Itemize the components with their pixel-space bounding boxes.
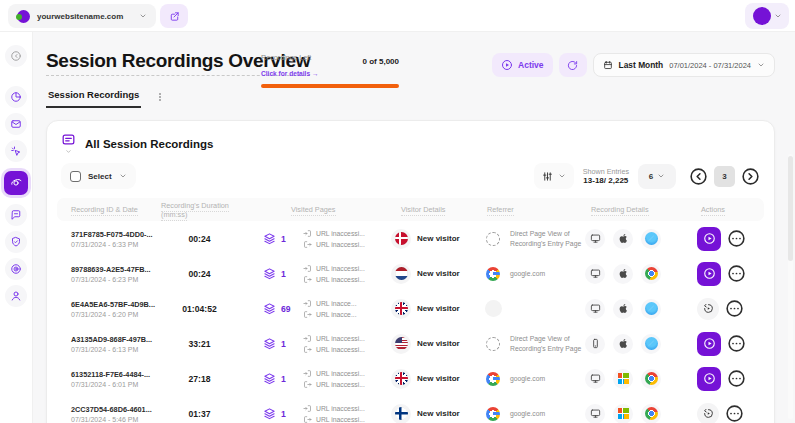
select-checkbox[interactable]: [70, 171, 81, 182]
country-flag-icon: [391, 299, 411, 319]
calendar-icon: [603, 60, 613, 70]
safari-icon: [641, 229, 661, 249]
table-row[interactable]: A3135AD9-868F-497B... 07/31/2024 - 6:13 …: [57, 326, 764, 361]
scrollbar[interactable]: [788, 154, 793, 419]
click-for-details-link[interactable]: Click for details →: [261, 70, 319, 77]
safari-icon: [641, 334, 661, 354]
visitor-type: New visitor: [417, 269, 460, 278]
visitor-type: New visitor: [417, 304, 460, 313]
open-site-button[interactable]: [160, 4, 188, 28]
sidebar-item-analytics[interactable]: [5, 86, 27, 108]
play-recording-button[interactable]: [697, 367, 721, 391]
website-selector[interactable]: yourwebsitename.com: [8, 4, 156, 28]
sidebar-item-email[interactable]: [5, 113, 27, 135]
table-body: 371F8785-F075-4DD0-... 07/31/2024 - 6:33…: [47, 221, 774, 423]
table-row[interactable]: 89788639-A2E5-47FB... 07/31/2024 - 6:23 …: [57, 256, 764, 291]
site-favicon-icon: [17, 10, 30, 23]
play-recording-button[interactable]: [697, 298, 719, 320]
exit-page-icon: [303, 275, 312, 284]
card-title: All Session Recordings: [85, 138, 213, 150]
database-icon: [61, 132, 76, 155]
referrer-text: Direct Page View of Recording's Entry Pa…: [510, 334, 582, 353]
sidebar-item-privacy[interactable]: [5, 231, 27, 253]
referrer-text: google.com: [510, 374, 545, 384]
apple-icon: [613, 264, 633, 284]
mail-icon: [10, 118, 22, 130]
select-all-control[interactable]: Select: [61, 163, 136, 189]
active-status-button[interactable]: Active: [492, 53, 553, 77]
mobile-icon: [585, 334, 605, 354]
play-recording-button[interactable]: [697, 332, 721, 356]
apple-icon: [613, 299, 633, 319]
entry-page-icon: [303, 229, 312, 238]
sidebar-item-feedback[interactable]: [5, 204, 27, 226]
header-controls: Active Last Month 07/01/2024 - 07/31/202…: [492, 53, 775, 77]
refresh-button[interactable]: [559, 53, 587, 77]
visitor-type: New visitor: [417, 374, 460, 383]
google-icon: [486, 372, 500, 386]
period-label: Last Month: [619, 60, 664, 70]
sidebar: [0, 32, 33, 423]
sidebar-item-goals[interactable]: [5, 258, 27, 280]
exit-page-icon: [303, 345, 312, 354]
visitor-type: New visitor: [417, 234, 460, 243]
visitor-type: New visitor: [417, 409, 460, 418]
table-header: Recording ID & Date Recording's Duration…: [57, 198, 764, 221]
play-recording-button[interactable]: [697, 227, 721, 251]
prev-page-button[interactable]: [689, 167, 708, 186]
layers-icon: [263, 302, 276, 315]
desktop-icon: [585, 229, 605, 249]
recording-id: 2CC37D54-68D6-4601...: [71, 405, 152, 414]
pagination: 3: [689, 166, 760, 187]
layers-icon: [263, 407, 276, 420]
no-referrer-icon: [485, 300, 502, 317]
play-recording-button[interactable]: [697, 262, 721, 286]
tab-menu-button[interactable]: [155, 90, 165, 104]
row-more-button[interactable]: [727, 264, 746, 283]
table-row[interactable]: 371F8785-F075-4DD0-... 07/31/2024 - 6:33…: [57, 221, 764, 256]
play-recording-button[interactable]: [697, 403, 719, 423]
chrome-icon: [641, 404, 661, 423]
table-row[interactable]: 61352118-F7E6-4484-... 07/31/2024 - 6:01…: [57, 361, 764, 396]
columns-filter-button[interactable]: [534, 163, 574, 189]
country-flag-icon: [391, 334, 411, 354]
col-duration: Recording's Duration (mm:ss): [161, 201, 229, 221]
person-icon: [10, 290, 22, 302]
date-range-picker[interactable]: Last Month 07/01/2024 - 07/31/2024: [593, 53, 775, 77]
exit-url: URL inaccessi...: [316, 346, 365, 353]
visited-pages-count: 69: [281, 304, 291, 314]
col-referrer: Referrer: [487, 205, 514, 216]
sidebar-item-visitors[interactable]: [5, 285, 27, 307]
page-size-select[interactable]: 6: [638, 164, 676, 189]
row-more-button[interactable]: [727, 369, 746, 388]
user-menu[interactable]: [745, 3, 789, 29]
entry-url: URL inacce...: [316, 300, 357, 307]
exit-url: URL inacce...: [316, 311, 357, 318]
chevron-down-icon: [657, 172, 665, 180]
desktop-icon: [585, 264, 605, 284]
col-actions: Actions: [701, 205, 725, 216]
tab-session-recordings[interactable]: Session Recordings: [46, 89, 141, 108]
row-more-button[interactable]: [725, 299, 744, 318]
desktop-icon: [585, 369, 605, 389]
sidebar-item-click-tracking[interactable]: [5, 140, 27, 162]
recording-duration: 01:04:52: [152, 304, 247, 314]
sidebar-item-session-recordings[interactable]: [4, 171, 28, 195]
referrer-text: google.com: [510, 269, 545, 279]
country-flag-icon: [391, 369, 411, 389]
row-more-button[interactable]: [727, 229, 746, 248]
recording-date: 07/31/2024 - 6:20 PM: [71, 311, 152, 318]
recording-id: 6E4A5EA6-57BF-4D9B...: [71, 300, 152, 309]
row-more-button[interactable]: [727, 334, 746, 353]
entry-url: URL inaccessi...: [316, 265, 365, 272]
card-header: All Session Recordings: [47, 121, 774, 158]
table-toolbar: Select Shown Entries 13-18/ 2,225 6: [47, 158, 774, 198]
table-row[interactable]: 2CC37D54-68D6-4601... 07/31/2024 - 5:46 …: [57, 396, 764, 423]
direct-referrer-icon: [486, 232, 500, 246]
recordings-card: All Session Recordings Select Shown Entr…: [46, 120, 775, 423]
country-flag-icon: [391, 404, 411, 423]
next-page-button[interactable]: [741, 167, 760, 186]
table-row[interactable]: 6E4A5EA6-57BF-4D9B... 07/31/2024 - 6:20 …: [57, 291, 764, 326]
sidebar-item-collapse[interactable]: [5, 45, 27, 67]
row-more-button[interactable]: [725, 404, 744, 423]
